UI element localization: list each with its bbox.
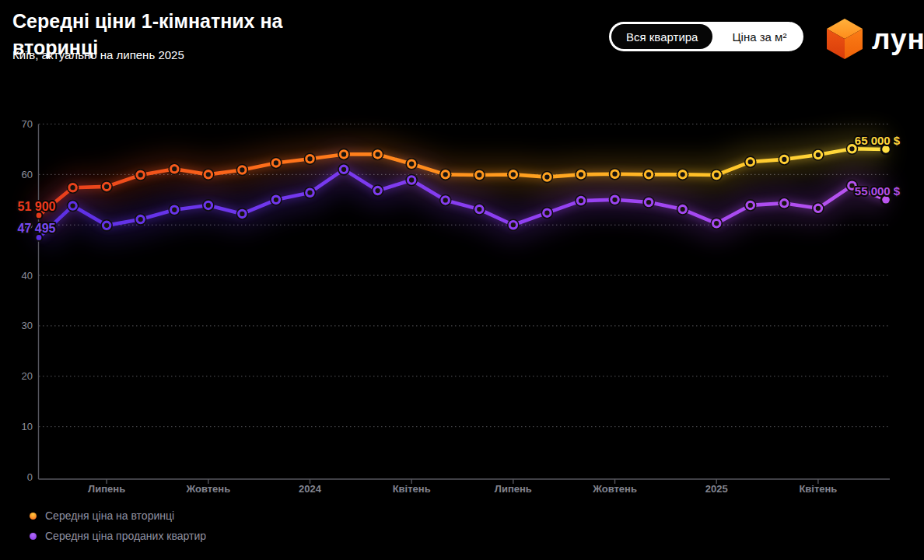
page-title: Середні ціни 1-кімнатних на вторинці [12,8,324,61]
svg-text:70: 70 [22,118,33,130]
svg-text:0: 0 [27,471,33,483]
svg-text:47 495: 47 495 [18,222,56,235]
chart-legend: Середня ціна на вторинці Середня ціна пр… [30,509,206,542]
svg-text:Жовтень: Жовтень [185,483,230,495]
toggle-option-price-per-m2[interactable]: Ціна за м² [717,24,801,49]
svg-text:2024: 2024 [299,483,322,495]
legend-item-secondary-price: Середня ціна на вторинці [30,509,206,522]
svg-text:10: 10 [22,421,33,432]
svg-text:55 000 $: 55 000 $ [855,184,901,198]
svg-text:Липень: Липень [495,483,532,495]
lun-logo[interactable]: лун [826,17,924,61]
svg-text:Жовтень: Жовтень [592,483,637,495]
svg-text:Квітень: Квітень [799,483,837,495]
lun-logo-text: лун [872,25,924,54]
legend-item-sold-price: Середня ціна проданих квартир [30,530,206,542]
svg-text:20: 20 [22,370,33,382]
svg-text:65 000 $: 65 000 $ [855,134,901,147]
svg-text:40: 40 [22,270,33,282]
toggle-option-whole-apartment[interactable]: Вся квартира [611,24,712,49]
svg-text:Квітень: Квітень [393,483,431,495]
svg-text:2025: 2025 [705,483,728,495]
svg-text:51 900: 51 900 [18,200,56,213]
legend-dot-sold-icon [30,533,37,540]
svg-text:60: 60 [22,169,33,180]
legend-label-sold: Середня ціна проданих квартир [45,530,206,542]
price-chart[interactable]: 010203040506070ЛипеньЖовтень2024КвітеньЛ… [0,0,924,506]
price-mode-toggle: Вся квартира Ціна за м² [609,22,803,51]
svg-text:Липень: Липень [88,483,125,495]
svg-text:30: 30 [22,320,33,331]
legend-dot-secondary-icon [30,513,37,520]
legend-label-secondary: Середня ціна на вторинці [45,509,174,522]
lun-cube-icon [826,17,863,61]
